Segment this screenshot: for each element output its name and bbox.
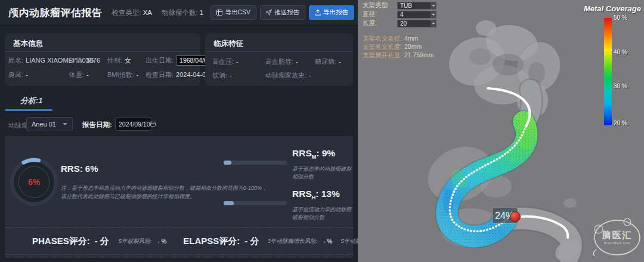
basic-info-card: 基本信息 姓名:LIANG XIAOMEI^A03876 年龄:55 性别:女 … <box>5 33 200 86</box>
colorbar-tick-40: 40 % <box>614 49 627 56</box>
stent-type-row: 支架类型: TUB <box>363 1 436 10</box>
growth3-risk-label: 3年动脉瘤增长风险: <box>267 238 317 245</box>
field-diabetes: 糖尿病:- <box>315 57 341 66</box>
chevron-down-icon <box>431 2 436 9</box>
phases-score-value: - 分 <box>95 236 109 247</box>
metal-coverage-colorbar <box>604 18 612 125</box>
tab-analysis-1[interactable]: 分析:1 <box>20 95 43 106</box>
rrs-note: 注：基于形态学和血流动力学的动脉瘤破裂相似分数，破裂相似分数的范围为0-100%… <box>61 184 267 201</box>
aneurysm-select[interactable]: Aneu 01 <box>26 117 73 131</box>
clinical-title: 临床特征 <box>213 39 243 49</box>
aneurysm-report-app: 颅内动脉瘤评估报告 检查类型:XA 动脉瘤个数:1 导出CSV 推送报告 导出报… <box>0 0 644 262</box>
report-date-label: 报告日期: <box>82 121 112 130</box>
tab-active-underline <box>5 109 52 111</box>
colorbar-title: Metal Coverage <box>584 4 641 13</box>
colorbar-tick-20: 20 % <box>614 120 627 127</box>
aneurysm-count: 动脉瘤个数:1 <box>162 8 203 17</box>
divider <box>5 51 200 52</box>
watermark-text: 脑医汇 <box>602 230 633 240</box>
rrs-m-description: 基于形态学的动脉瘤破裂相似分数 <box>292 165 353 181</box>
rrs-m-progress-fill <box>224 161 231 165</box>
phases-risk-value: - % <box>157 238 166 245</box>
stent-diameter-select[interactable]: 4 <box>397 11 436 19</box>
phases-score-label: PHASES评分: <box>32 236 90 247</box>
field-height: 身高:- <box>8 70 28 79</box>
rrs-h-progress-fill <box>224 201 234 205</box>
field-drinking: 饮酒:- <box>212 71 232 80</box>
chevron-down-icon <box>431 11 436 18</box>
header-actions: 导出CSV 推送报告 导出报告 <box>210 5 354 20</box>
risk-scores-strip: PHASES评分: - 分 5年破裂风险: - % ELAPSS评分: - 分 … <box>5 227 353 255</box>
rrs-h-description: 基于血流动力学的动脉瘤破裂相似分数 <box>292 206 353 221</box>
stent-diameter-label: 直径: <box>363 10 397 19</box>
chevron-down-icon <box>63 123 67 125</box>
brainmed-watermark: 脑医汇 BrainMed.com <box>593 218 640 256</box>
growth3-risk-value: - % <box>323 238 332 245</box>
vessel-upper-cluster <box>442 20 565 118</box>
table-export-icon <box>216 10 222 16</box>
report-panel: 颅内动脉瘤评估报告 检查类型:XA 动脉瘤个数:1 导出CSV 推送报告 导出报… <box>0 0 358 262</box>
rrs-h-progressbar <box>224 201 287 205</box>
rrs-h-score: RRSH: 13% <box>292 189 340 201</box>
stent-type-select[interactable]: TUB <box>397 2 436 10</box>
stent-length-select[interactable]: 20 <box>397 20 436 27</box>
report-date-input[interactable]: 2024/09/10 <box>115 118 152 131</box>
field-examdate: 检查日期:2024-04-07 <box>145 70 209 79</box>
page-title: 颅内动脉瘤评估报告 <box>8 6 103 20</box>
exam-type: 检查类型:XA <box>112 8 153 17</box>
red-sphere-marker[interactable] <box>510 212 521 222</box>
colorbar-tick-50: 50 % <box>614 14 627 21</box>
watermark-subtext: BrainMed.com <box>604 241 630 245</box>
calendar-icon <box>150 121 156 128</box>
send-icon <box>266 10 272 16</box>
divider <box>205 51 353 52</box>
field-family-history: 动脉瘤家族史:- <box>265 71 311 80</box>
rrs-gauge: 6% <box>7 155 61 209</box>
stent-diameter-row: 直径: 4 <box>363 10 436 19</box>
rrs-m-progressbar <box>224 161 287 165</box>
vessel-3d-viewport[interactable]: 24% 脑医汇 BrainMed.com 支架类型: TUB 直径: 4 长度: <box>358 0 644 262</box>
phases-risk-label: 5年破裂风险: <box>119 238 151 245</box>
clinical-card: 临床特征 高血压:- 高血脂症:- 糖尿病:- 饮酒:- 动脉瘤家族史:- <box>205 33 353 86</box>
elapss-score-label: ELAPSS评分: <box>183 236 240 247</box>
upload-icon <box>315 10 321 16</box>
export-report-button[interactable]: 导出报告 <box>309 5 354 20</box>
analysis-card: 6% RRS: 6% 注：基于形态学和血流动力学的动脉瘤破裂相似分数，破裂相似分… <box>5 136 353 258</box>
field-hypertension: 高血压:- <box>212 57 239 66</box>
rrs-score: RRS: 6% <box>61 164 98 174</box>
basic-info-title: 基本信息 <box>13 39 43 49</box>
nominal-length-row: 支架名义长度:20mm <box>363 43 422 51</box>
gauge-value: 6% <box>28 177 41 187</box>
elapss-score-value: - 分 <box>244 236 259 247</box>
report-header: 颅内动脉瘤评估报告 检查类型:XA 动脉瘤个数:1 导出CSV 推送报告 导出报… <box>0 0 358 26</box>
field-birthdate: 出生日期:1968/04/07 <box>145 56 215 66</box>
field-weight: 体重:- <box>69 70 89 79</box>
deployed-length-row: 支架展开长度:21.759mm <box>363 51 434 60</box>
export-csv-button[interactable]: 导出CSV <box>210 5 256 20</box>
field-bmi: BMI指数:- <box>107 70 138 79</box>
field-hyperlipidemia: 高血脂症:- <box>265 57 298 66</box>
field-age: 年龄:55 <box>69 56 94 65</box>
colorbar-tick-30: 30 % <box>614 83 627 90</box>
rrs-m-score: RRSM: 9% <box>292 148 335 160</box>
stent-length-label: 长度: <box>363 19 397 27</box>
coverage-marker[interactable]: 24% <box>493 208 521 223</box>
push-report-button[interactable]: 推送报告 <box>260 5 305 20</box>
stent-length-row: 长度: 20 <box>363 19 436 27</box>
nominal-diameter-row: 支架名义直径:4mm <box>363 35 418 43</box>
stent-type-label: 支架类型: <box>363 1 397 10</box>
field-sex: 性别:女 <box>107 56 131 65</box>
chevron-down-icon <box>431 20 436 27</box>
